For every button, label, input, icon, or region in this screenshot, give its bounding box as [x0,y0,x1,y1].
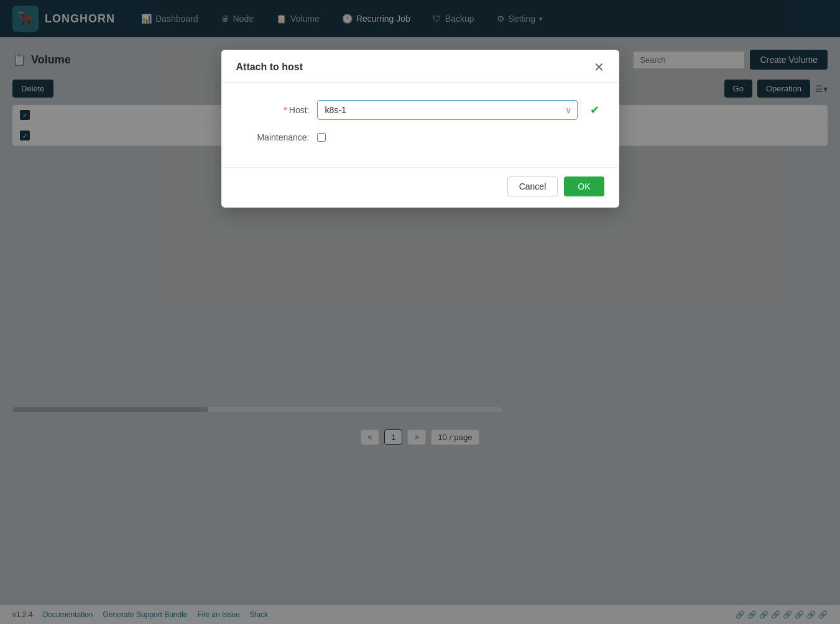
host-label: *Host: [241,105,310,115]
maintenance-checkbox[interactable] [317,133,326,142]
required-star: * [284,105,287,115]
maintenance-label: Maintenance: [241,132,310,142]
host-select-wrapper: k8s-1 ∨ [317,100,578,120]
modal-footer: Cancel OK [221,167,619,208]
modal-title: Attach to host [236,62,303,73]
modal-header: Attach to host ✕ [221,50,619,83]
modal-body: *Host: k8s-1 ∨ ✔ Maintenance: [221,83,619,167]
cancel-button[interactable]: Cancel [507,177,558,196]
host-select[interactable]: k8s-1 [317,100,578,120]
host-valid-check-icon: ✔ [590,103,599,117]
modal-overlay: Attach to host ✕ *Host: k8s-1 ∨ ✔ Maint [0,0,840,624]
ok-button[interactable]: OK [564,177,604,196]
modal-close-button[interactable]: ✕ [594,61,604,73]
attach-to-host-modal: Attach to host ✕ *Host: k8s-1 ∨ ✔ Maint [221,50,619,208]
host-field-row: *Host: k8s-1 ∨ ✔ [241,100,599,120]
maintenance-field-row: Maintenance: [241,132,599,142]
